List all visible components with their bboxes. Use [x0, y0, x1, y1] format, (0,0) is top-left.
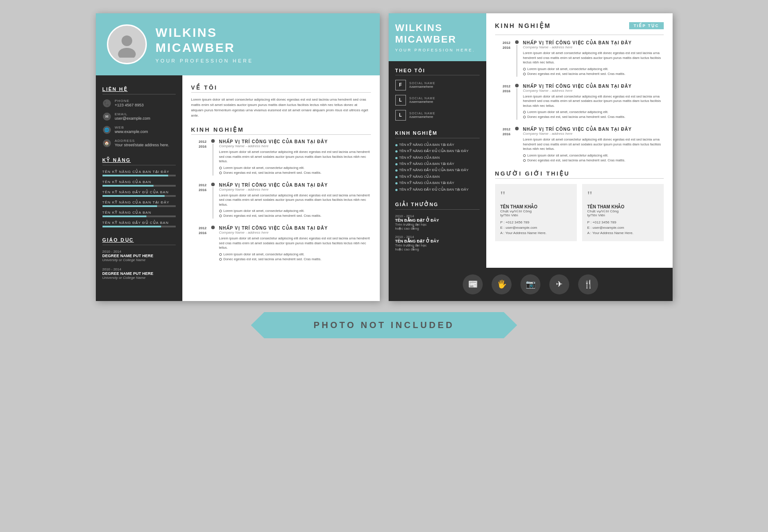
skill-item: TÊN KỸ NĂNG ĐẦY ĐỦ CỦA BAN TẠI ĐÂY — [395, 188, 480, 192]
web-icon: 🌐 — [102, 125, 111, 134]
experience-item: 2012 2016 NHẤP VỊ TRÍ CÔNG VIỆC CỦA BAN … — [191, 139, 371, 176]
giai-thuong-title: GIẢI THƯỞNG — [395, 202, 480, 210]
skills-p2-section: KINH NGHIỆM TÊN KỸ NĂNG CỦA BAN TẠI ĐÂYT… — [395, 130, 480, 192]
header-name-line2: MICAWBER — [156, 40, 369, 55]
referee-card: " TÊN THAM KHẢO Chức vụ/Vị trí Côngty/Tê… — [582, 184, 664, 241]
experience-item: 2012 2016 NHẤP VỊ TRÍ CÔNG VIỆC CỦA BAN … — [495, 40, 664, 77]
icon-plane: ✈ — [549, 274, 569, 294]
education-section: GIÁO DỤC 2010 - 2014 DEGREE NAME PUT HER… — [102, 237, 176, 280]
contact-phone: 📞 PHONE +123 4567 8953 — [102, 99, 176, 108]
skills-list: TÊN KỸ NĂNG CỦA BAN TẠI ĐÂY TÊN KỸ NĂNG … — [102, 170, 176, 227]
skill-item: TÊN KỸ NĂNG ĐẦY ĐỦ CỦA BAN — [102, 221, 176, 227]
page2-main-header: KINH NGHIỆM TIẾP TỤC — [495, 22, 664, 29]
skill-item: TÊN KỸ NĂNG CỦA BAN — [102, 211, 176, 217]
skill-item: TÊN KỸ NĂNG ĐẦY ĐỦ CỦA BAN TẠI ĐÂY — [395, 149, 480, 153]
page2-name-line2: MICAWBER — [395, 34, 480, 45]
icon-fork: 🍴 — [578, 274, 598, 294]
social-list: F SOCIAL NAME /usernamehere L SOCIAL NAM… — [395, 80, 480, 121]
exp-title: KINH NGHIỆM — [191, 126, 371, 135]
experience-item: 2012 2016 NHẤP VỊ TRÍ CÔNG VIỆC CỦA BAN … — [191, 183, 371, 219]
skill-item: TÊN KỸ NĂNG CỦA BAN — [395, 156, 480, 160]
theo-toi-section: THEO TÔI F SOCIAL NAME /usernamehere L S… — [395, 68, 480, 121]
address-value: Your street/state address here. — [115, 143, 169, 147]
page1-sidebar: LIÊN HỆ 📞 PHONE +123 4567 8953 ✉ — [96, 75, 182, 301]
referees-list: " TÊN THAM KHẢO Chức vụ/Vị trí Côngty/Tê… — [495, 184, 664, 241]
icon-hand: 🖐 — [492, 274, 512, 294]
social-item: F SOCIAL NAME /usernamehere — [395, 80, 480, 90]
phone-icon: 📞 — [102, 99, 111, 108]
icon-camera: 📷 — [520, 274, 540, 294]
phone-value: +123 4567 8953 — [115, 103, 144, 107]
page2-left-column: WILKINS MICAWBER YOUR PROFESSION HERE. T… — [389, 13, 486, 268]
svg-point-0 — [122, 35, 132, 46]
phone-label: PHONE — [115, 99, 144, 103]
email-icon: ✉ — [102, 112, 111, 121]
kinh-nghiem-sidebar-title: KINH NGHIỆM — [395, 130, 480, 138]
header-profession: YOUR PROFESSION HERE — [156, 58, 369, 63]
referees-grid: " TÊN THAM KHẢO Chức vụ/Vị trí Côngty/Tê… — [495, 184, 664, 241]
page2-bottom-icons: 📰 🖐 📷 ✈ 🍴 — [389, 268, 673, 301]
header-name-line1: WILKINS — [156, 25, 369, 40]
address-label: ADDRESS — [115, 139, 169, 143]
skill-item: TÊN KỸ NĂNG CỦA BAN TẠI ĐÂY — [102, 200, 176, 207]
about-title: VỀ TÔI — [191, 84, 371, 93]
award-item: 2010 - 2014 TÊN BẰNG ĐẠT Ở ĐÂY Trên trườ… — [395, 214, 480, 231]
page2-body: WILKINS MICAWBER YOUR PROFESSION HERE. T… — [389, 13, 673, 268]
email-label: EMAIL — [115, 112, 150, 116]
kinh-nghiem-title: KINH NGHIỆM — [495, 22, 551, 29]
education-item: 2010 - 2014 DEGREE NAME PUT HERE Univers… — [102, 267, 176, 280]
page2-profession: YOUR PROFESSION HERE. — [395, 48, 480, 52]
svg-point-1 — [118, 48, 136, 58]
skill-item: TÊN KỸ NĂNG CỦA BAN TẠI ĐÂY — [395, 143, 480, 147]
experience-item: 2012 2016 NHẤP VỊ TRÍ CÔNG VIỆC CỦA BAN … — [191, 226, 371, 262]
nguoi-gioi-thieu-title: NGƯỜI GIỚI THIỆU — [495, 170, 664, 179]
resume-page-1: WILKINS MICAWBER YOUR PROFESSION HERE LI… — [96, 13, 380, 301]
page1-header: WILKINS MICAWBER YOUR PROFESSION HERE — [96, 13, 380, 75]
award-item: 2010 - 2014 TÊN BẰNG ĐẠT Ở ĐÂY Trên trườ… — [395, 235, 480, 251]
awards-section: GIẢI THƯỞNG 2010 - 2014 TÊN BẰNG ĐẠT Ở Đ… — [395, 202, 480, 251]
page2-main: KINH NGHIỆM TIẾP TỤC 2012 2016 NHẤP VỊ T… — [486, 13, 673, 268]
header-name-block: WILKINS MICAWBER YOUR PROFESSION HERE — [156, 25, 369, 63]
tiep-tuc-badge: TIẾP TỤC — [629, 22, 663, 29]
page2-experience-list: 2012 2016 NHẤP VỊ TRÍ CÔNG VIỆC CỦA BAN … — [495, 40, 664, 163]
contact-email: ✉ EMAIL user@example.com — [102, 112, 176, 121]
web-label: WEB — [115, 125, 148, 129]
address-icon: 🏠 — [102, 139, 111, 148]
skill-item: TÊN KỸ NĂNG ĐẦY ĐỦ CỦA BAN TẠI ĐÂY — [395, 168, 480, 172]
email-value: user@example.com — [115, 116, 150, 121]
web-value: www.example.com — [115, 129, 148, 134]
skill-item: TÊN KỸ NĂNG ĐẦY ĐỦ CỦA BAN — [102, 190, 176, 197]
skill-item: TÊN KỸ NĂNG CỦA BAN TẠI ĐÂY — [395, 181, 480, 185]
experience-section: KINH NGHIỆM 2012 2016 NHẤP VỊ TRÍ CÔNG V… — [191, 126, 371, 262]
page1-body: LIÊN HỆ 📞 PHONE +123 4567 8953 ✉ — [96, 75, 380, 301]
avatar — [107, 24, 147, 64]
skills-section: KỸ NĂNG TÊN KỸ NĂNG CỦA BAN TẠI ĐÂY TÊN … — [102, 157, 176, 227]
social-item: L SOCIAL NAME /usernamehere — [395, 110, 480, 121]
skill-item: TÊN KỸ NĂNG CỦA BAN — [102, 180, 176, 187]
education-item: 2010 - 2014 DEGREE NAME PUT HERE Univers… — [102, 250, 176, 262]
page1-main: VỀ TÔI Lorem ipsum dolor sit amet consec… — [182, 75, 380, 301]
education-title: GIÁO DỤC — [102, 237, 176, 245]
contact-section: LIÊN HỆ 📞 PHONE +123 4567 8953 ✉ — [102, 86, 176, 148]
theo-toi-title: THEO TÔI — [395, 68, 480, 75]
about-text: Lorem ipsum dolor sit amet consectetur a… — [191, 97, 371, 118]
experience-list: 2012 2016 NHẤP VỊ TRÍ CÔNG VIỆC CỦA BAN … — [191, 139, 371, 262]
skills-p2-list: TÊN KỸ NĂNG CỦA BAN TẠI ĐÂYTÊN KỸ NĂNG Đ… — [395, 143, 480, 192]
referee-card: " TÊN THAM KHẢO Chức vụ/Vị trí Côngty/Tê… — [495, 184, 577, 241]
about-section: VỀ TÔI Lorem ipsum dolor sit amet consec… — [191, 84, 371, 118]
contact-web: 🌐 WEB www.example.com — [102, 125, 176, 134]
resume-page-2: WILKINS MICAWBER YOUR PROFESSION HERE. T… — [389, 13, 673, 301]
skill-item: TÊN KỸ NĂNG CỦA BAN TẠI ĐÂY — [395, 162, 480, 166]
education-list: 2010 - 2014 DEGREE NAME PUT HERE Univers… — [102, 250, 176, 280]
social-item: L SOCIAL NAME /usernamehere — [395, 95, 480, 106]
page2-dark-sidebar: THEO TÔI F SOCIAL NAME /usernamehere L S… — [389, 61, 486, 268]
awards-list: 2010 - 2014 TÊN BẰNG ĐẠT Ở ĐÂY Trên trườ… — [395, 214, 480, 251]
contact-address: 🏠 ADDRESS Your street/state address here… — [102, 139, 176, 148]
skill-item: TÊN KỸ NĂNG CỦA BAN TẠI ĐÂY — [102, 170, 176, 176]
photo-not-included-banner: PHOTO NOT INCLUDED — [251, 312, 517, 338]
photo-not-included-text: PHOTO NOT INCLUDED — [314, 320, 454, 330]
page2-header: WILKINS MICAWBER YOUR PROFESSION HERE. — [389, 13, 486, 61]
skill-item: TÊN KỸ NĂNG CỦA BAN — [395, 175, 480, 179]
icon-newspaper: 📰 — [463, 274, 483, 294]
experience-item: 2012 2016 NHẤP VỊ TRÍ CÔNG VIỆC CỦA BAN … — [495, 84, 664, 120]
